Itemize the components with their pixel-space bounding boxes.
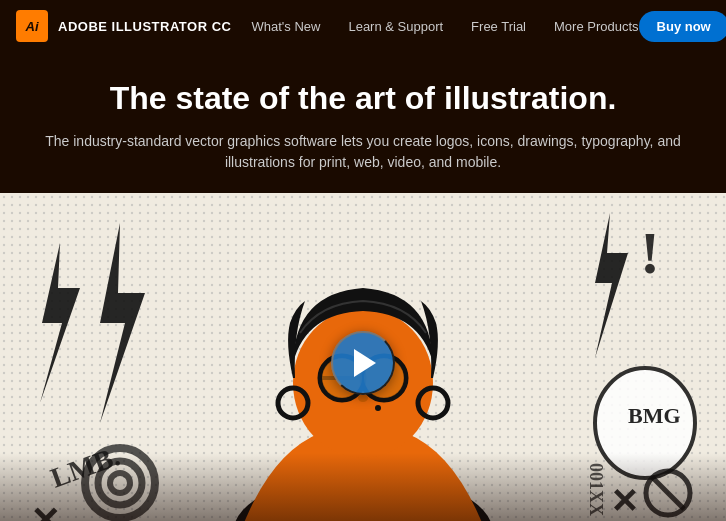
- play-button[interactable]: [331, 331, 395, 395]
- nav-links: What's New Learn & Support Free Trial Mo…: [251, 19, 638, 34]
- nav-link-more-products[interactable]: More Products: [554, 19, 639, 34]
- svg-text:BMG: BMG: [628, 403, 681, 428]
- hero-subtitle: The industry-standard vector graphics so…: [23, 131, 703, 173]
- nav-link-whats-new[interactable]: What's New: [251, 19, 320, 34]
- buy-now-button[interactable]: Buy now: [639, 11, 726, 42]
- svg-text:!: !: [640, 220, 660, 286]
- video-section: LMB. ✕ ! BMG ✕ 001XX: [0, 193, 726, 521]
- product-name: ADOBE ILLUSTRATOR CC: [58, 19, 231, 34]
- svg-point-29: [375, 405, 381, 411]
- hero-section: The state of the art of illustration. Th…: [0, 52, 726, 193]
- logo-area: Ai ADOBE ILLUSTRATOR CC: [16, 10, 231, 42]
- ai-icon-text: Ai: [26, 19, 39, 34]
- play-button-container[interactable]: [331, 331, 395, 395]
- nav-link-learn-support[interactable]: Learn & Support: [348, 19, 443, 34]
- hero-title: The state of the art of illustration.: [16, 80, 710, 117]
- navigation: Ai ADOBE ILLUSTRATOR CC What's New Learn…: [0, 0, 726, 52]
- ai-product-icon: Ai: [16, 10, 48, 42]
- svg-point-26: [358, 394, 368, 402]
- play-triangle-icon: [354, 349, 376, 377]
- video-fade-overlay: [0, 453, 726, 521]
- nav-link-free-trial[interactable]: Free Trial: [471, 19, 526, 34]
